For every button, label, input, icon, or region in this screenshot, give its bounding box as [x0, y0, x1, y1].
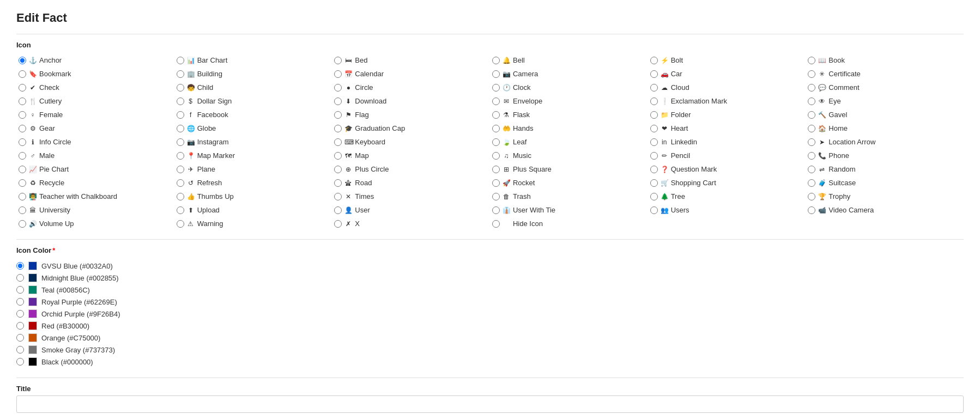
- color-radio-teal[interactable]: [16, 286, 24, 294]
- icon-option-university[interactable]: 🏛University: [16, 204, 174, 216]
- icon-option-times[interactable]: ✕Times: [332, 191, 490, 202]
- icon-option-heart[interactable]: ❤Heart: [648, 123, 806, 134]
- icon-radio-road[interactable]: [334, 179, 342, 187]
- icon-option-child[interactable]: 🧒Child: [174, 82, 332, 93]
- icon-radio-trophy[interactable]: [808, 193, 815, 200]
- icon-option-cutlery[interactable]: 🍴Cutlery: [16, 95, 174, 107]
- icon-radio-bookmark[interactable]: [19, 70, 26, 78]
- icon-radio-linkedin[interactable]: [650, 138, 658, 146]
- icon-option-video-camera[interactable]: 📹Video Camera: [806, 204, 964, 216]
- icon-radio-pencil[interactable]: [650, 152, 658, 160]
- icon-radio-certificate[interactable]: [808, 70, 815, 78]
- icon-radio-book[interactable]: [808, 57, 815, 64]
- color-option-orange[interactable]: Orange (#C75000): [16, 332, 964, 344]
- icon-option-random[interactable]: ⇌Random: [806, 163, 964, 175]
- icon-option-teacher-chalkboard[interactable]: 👨‍🏫Teacher with Chalkboard: [16, 191, 174, 202]
- icon-radio-shopping-cart[interactable]: [650, 179, 658, 187]
- icon-option-calendar[interactable]: 📅Calendar: [332, 68, 490, 80]
- icon-option-bed[interactable]: 🛏Bed: [332, 54, 490, 66]
- icon-option-info-circle[interactable]: ℹInfo Circle: [16, 136, 174, 148]
- icon-radio-rocket[interactable]: [492, 179, 500, 187]
- icon-radio-plus-circle[interactable]: [334, 166, 342, 173]
- icon-option-globe[interactable]: 🌐Globe: [174, 123, 332, 134]
- color-option-royal-purple[interactable]: Royal Purple (#62269E): [16, 296, 964, 308]
- icon-option-flag[interactable]: ⚑Flag: [332, 109, 490, 120]
- icon-option-bell[interactable]: 🔔Bell: [490, 54, 648, 66]
- icon-radio-upload[interactable]: [177, 206, 184, 214]
- icon-option-user[interactable]: 👤User: [332, 204, 490, 216]
- icon-radio-comment[interactable]: [808, 84, 815, 92]
- icon-option-female[interactable]: ♀Female: [16, 109, 174, 120]
- icon-option-map-marker[interactable]: 📍Map Marker: [174, 150, 332, 161]
- icon-radio-plane[interactable]: [177, 166, 184, 173]
- icon-option-users[interactable]: 👥Users: [648, 204, 806, 216]
- icon-option-refresh[interactable]: ↺Refresh: [174, 177, 332, 188]
- icon-option-graduation-cap[interactable]: 🎓Graduation Cap: [332, 123, 490, 134]
- color-radio-orchid-purple[interactable]: [16, 310, 24, 318]
- icon-radio-graduation-cap[interactable]: [334, 125, 342, 132]
- icon-option-music[interactable]: ♫Music: [490, 150, 648, 161]
- icon-radio-male[interactable]: [19, 152, 26, 160]
- icon-radio-pie-chart[interactable]: [19, 166, 26, 173]
- icon-option-home[interactable]: 🏠Home: [806, 123, 964, 134]
- icon-radio-leaf[interactable]: [492, 138, 500, 146]
- icon-option-rocket[interactable]: 🚀Rocket: [490, 177, 648, 188]
- icon-radio-calendar[interactable]: [334, 70, 342, 78]
- icon-radio-bell[interactable]: [492, 57, 500, 64]
- icon-option-flask[interactable]: ⚗Flask: [490, 109, 648, 120]
- icon-radio-map-marker[interactable]: [177, 152, 184, 160]
- icon-radio-flask[interactable]: [492, 111, 500, 119]
- icon-option-question-mark[interactable]: ❓Question Mark: [648, 163, 806, 175]
- color-option-black[interactable]: Black (#000000): [16, 356, 964, 368]
- icon-option-bolt[interactable]: ⚡Bolt: [648, 54, 806, 66]
- icon-option-pie-chart[interactable]: 📈Pie Chart: [16, 163, 174, 175]
- icon-option-thumbs-up[interactable]: 👍Thumbs Up: [174, 191, 332, 202]
- icon-radio-teacher-chalkboard[interactable]: [19, 193, 26, 200]
- icon-option-linkedin[interactable]: inLinkedin: [648, 136, 806, 148]
- icon-radio-bolt[interactable]: [650, 57, 658, 64]
- icon-radio-eye[interactable]: [808, 98, 815, 105]
- icon-option-eye[interactable]: 👁Eye: [806, 95, 964, 107]
- icon-radio-instagram[interactable]: [177, 138, 184, 146]
- icon-radio-user-with-tie[interactable]: [492, 206, 500, 214]
- icon-radio-x[interactable]: [334, 220, 342, 228]
- icon-option-map[interactable]: 🗺Map: [332, 150, 490, 161]
- color-radio-orange[interactable]: [16, 334, 24, 342]
- icon-radio-refresh[interactable]: [177, 179, 184, 187]
- color-radio-midnight-blue[interactable]: [16, 274, 24, 282]
- icon-radio-location-arrow[interactable]: [808, 138, 815, 146]
- icon-radio-hands[interactable]: [492, 125, 500, 132]
- icon-radio-suitcase[interactable]: [808, 179, 815, 187]
- icon-option-check[interactable]: ✔Check: [16, 82, 174, 93]
- icon-option-keyboard[interactable]: ⌨Keyboard: [332, 136, 490, 148]
- icon-radio-video-camera[interactable]: [808, 206, 815, 214]
- icon-radio-trash[interactable]: [492, 193, 500, 200]
- icon-option-folder[interactable]: 📁Folder: [648, 109, 806, 120]
- icon-radio-car[interactable]: [650, 70, 658, 78]
- icon-radio-circle[interactable]: [334, 84, 342, 92]
- icon-radio-music[interactable]: [492, 152, 500, 160]
- icon-option-warning[interactable]: ⚠Warning: [174, 218, 332, 229]
- icon-option-suitcase[interactable]: 🧳Suitcase: [806, 177, 964, 188]
- icon-radio-check[interactable]: [19, 84, 26, 92]
- icon-option-plus-square[interactable]: ⊞Plus Square: [490, 163, 648, 175]
- icon-option-tree[interactable]: 🌲Tree: [648, 191, 806, 202]
- color-option-smoke-gray[interactable]: Smoke Gray (#737373): [16, 344, 964, 356]
- icon-option-book[interactable]: 📖Book: [806, 54, 964, 66]
- icon-radio-dollar-sign[interactable]: [177, 98, 184, 105]
- icon-option-camera[interactable]: 📷Camera: [490, 68, 648, 80]
- icon-option-recycle[interactable]: ♻Recycle: [16, 177, 174, 188]
- icon-radio-hide-icon[interactable]: [492, 220, 500, 228]
- icon-radio-map[interactable]: [334, 152, 342, 160]
- title-input[interactable]: [16, 395, 964, 413]
- icon-option-exclamation-mark[interactable]: ❕Exclamation Mark: [648, 95, 806, 107]
- color-radio-royal-purple[interactable]: [16, 298, 24, 306]
- icon-option-road[interactable]: 🛣Road: [332, 177, 490, 188]
- icon-radio-gavel[interactable]: [808, 111, 815, 119]
- icon-radio-bed[interactable]: [334, 57, 342, 64]
- icon-radio-building[interactable]: [177, 70, 184, 78]
- icon-radio-home[interactable]: [808, 125, 815, 132]
- icon-option-circle[interactable]: ●Circle: [332, 82, 490, 93]
- icon-option-plus-circle[interactable]: ⊕Plus Circle: [332, 163, 490, 175]
- icon-option-hands[interactable]: 🤲Hands: [490, 123, 648, 134]
